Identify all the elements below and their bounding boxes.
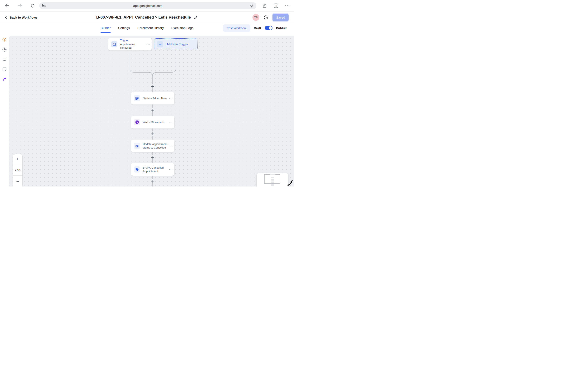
trigger-node[interactable]: Trigger Appointment cancelled [108,38,152,50]
tab-switcher-button[interactable]: 4 [273,3,278,8]
alert-circle-icon [2,37,7,42]
back-to-workflows-link[interactable]: Back to Workflows [4,11,38,23]
add-trigger-label: Add New Trigger [167,42,188,46]
tag-icon-square [134,166,140,172]
calendar-icon [112,42,116,46]
step-menu-icon[interactable] [169,146,172,146]
browser-forward-button[interactable] [18,3,22,8]
app-header: Back to Workflows B-007-WF-6.1. APPT Can… [0,11,294,23]
add-step-button[interactable] [151,179,155,183]
reload-icon [30,3,35,8]
ellipsis-icon [285,5,289,6]
chat-bubble-icon [2,57,7,62]
trigger-menu-icon[interactable] [147,44,149,45]
publish-label: Publish [276,26,287,30]
minimap-node [270,174,273,175]
comments-rail-button[interactable] [2,57,7,62]
tab-execution-logs[interactable]: Execution Logs [171,23,193,33]
version-history-icon[interactable] [263,15,268,20]
wait-icon-square [134,119,140,125]
tab-count: 4 [275,5,276,7]
tabs: Builder Settings Enrollment History Exec… [101,23,194,33]
saved-button[interactable]: Saved [273,14,289,21]
stats-rail-button[interactable] [2,47,7,52]
calendar-check-icon-square [134,143,140,149]
pie-chart-icon [2,47,7,52]
browser-menu-button[interactable] [285,3,290,8]
tab-count-icon: 4 [274,4,278,8]
share-icon [262,3,267,8]
plus-icon-square [157,41,163,47]
minimap[interactable] [257,173,288,186]
trigger-icon-square [111,41,117,47]
workflow-builder-screen: app.gohighlevel.com 4 Back to Workflo [0,0,294,186]
notes-rail-button[interactable] [2,67,7,71]
step-node-add-tag[interactable]: B-007. Cancelled Appointment [131,163,174,176]
add-step-button[interactable] [151,108,155,112]
note-icon-square [134,95,140,101]
zoom-in-button[interactable]: + [13,154,22,164]
url-text[interactable]: app.gohighlevel.com [39,4,256,8]
sticky-note-icon [2,67,7,71]
draft-label: Draft [254,26,261,30]
avatar[interactable]: TP [252,14,259,21]
back-label: Back to Workflows [10,16,38,19]
tab-settings[interactable]: Settings [118,23,130,33]
workspace: Trigger Appointment cancelled Add New Tr… [0,33,294,186]
step-label: Wait - 30 seconds [143,120,169,124]
workflow-title: B-007-WF-6.1. APPT Cancelled > Let's Res… [96,15,191,20]
share-button[interactable] [262,3,267,8]
minimap-node [271,182,274,183]
workflow-canvas[interactable]: Trigger Appointment cancelled Add New Tr… [9,36,294,186]
step-menu-icon[interactable] [169,98,172,99]
forward-arrow-icon [18,3,22,8]
test-workflow-button[interactable]: Test Workflow [223,24,250,32]
tabbar-right: Test Workflow Draft Publish [223,23,287,33]
add-new-trigger-button[interactable]: Add New Trigger [154,38,198,50]
edit-pencil-icon[interactable] [194,15,198,20]
step-label: B-007. Cancelled Appointment [143,166,169,173]
step-node-update-appointment[interactable]: Update appointment status to Cancelled [131,140,174,152]
clock-icon [135,120,139,124]
minimap-node [271,184,274,185]
plus-icon [151,132,154,135]
step-menu-icon[interactable] [169,122,172,122]
add-step-button[interactable] [151,84,155,88]
alerts-rail-button[interactable] [2,37,7,42]
tab-enrollment-history[interactable]: Enrollment History [137,23,164,33]
tab-builder[interactable]: Builder [101,23,111,33]
browser-back-button[interactable] [4,3,9,8]
zoom-out-button[interactable]: − [13,176,22,186]
toggle-knob [269,26,272,30]
zoom-panel: + 87% − [13,154,22,186]
minimap-node [271,179,274,180]
trigger-title: Trigger [120,39,147,42]
step-menu-icon[interactable] [169,169,172,170]
calendar-check-icon [135,144,139,148]
plus-icon [151,156,154,159]
ai-rail-button[interactable] [2,77,7,81]
add-step-button[interactable] [151,155,155,159]
mic-icon[interactable] [249,3,254,8]
minimap-node [271,177,274,178]
plus-icon [158,43,162,46]
workflow-title-wrap: B-007-WF-6.1. APPT Cancelled > Let's Res… [96,11,198,23]
plus-icon [151,180,154,183]
publish-toggle[interactable] [265,26,273,30]
browser-reload-button[interactable] [30,3,35,8]
lens-search-icon[interactable] [42,3,46,8]
url-bar[interactable]: app.gohighlevel.com [39,2,256,9]
plus-icon [151,85,154,88]
trigger-text: Trigger Appointment cancelled [120,39,147,50]
minimap-node [273,174,275,175]
minimap-node [271,185,274,186]
tab-bar: Builder Settings Enrollment History Exec… [0,23,294,33]
zoom-level[interactable]: 87% [13,164,22,176]
add-step-button[interactable] [151,132,155,136]
note-icon [135,96,139,100]
step-node-wait[interactable]: Wait - 30 seconds [131,116,174,129]
step-node-system-added-note[interactable]: System Added Note [131,92,174,104]
chevron-left-icon [4,16,8,19]
sparkles-icon [2,77,7,81]
trigger-subtitle: Appointment cancelled [120,43,147,50]
